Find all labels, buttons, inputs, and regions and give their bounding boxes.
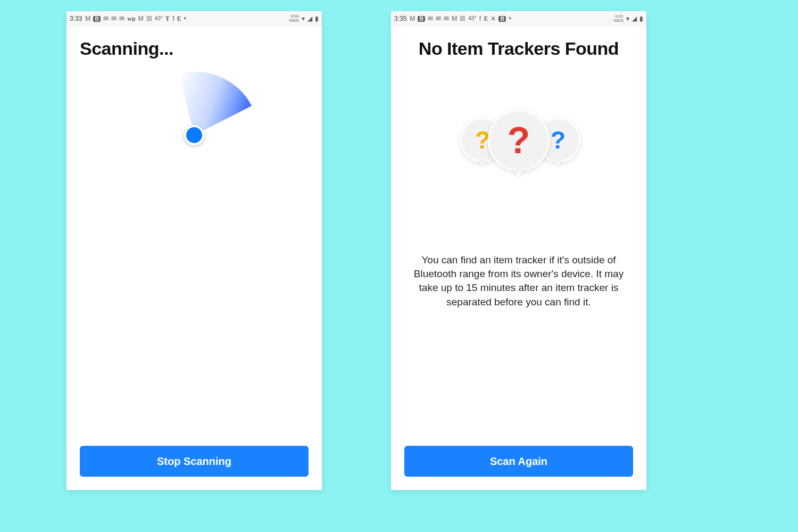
wifi-icon: ▾ (626, 15, 629, 22)
inbox-icon: ☒ (460, 15, 466, 22)
network-speed: 0.00KB/S (289, 14, 299, 23)
missed-call-icon: ✕ (491, 15, 496, 22)
question-bubble-red: ? (488, 110, 550, 171)
stop-scanning-button[interactable]: Stop Scanning (80, 446, 309, 477)
temp-indicator: 43° (155, 16, 163, 21)
statusbar: 3:35 M B ✉ ✉ ✉ M ☒ 43° ! E ✕ B • 0.01KB/… (391, 11, 646, 27)
phone-scanning: 3:33 M B ✉ ✉ ✉ wp M ☒ 43° T ! E • 0.00KB… (66, 11, 322, 490)
wifi-icon: ▾ (302, 15, 305, 22)
app-b-icon: B (418, 16, 425, 22)
etsy-icon: E (484, 15, 488, 22)
scan-again-button[interactable]: Scan Again (404, 446, 633, 477)
button-label: Stop Scanning (157, 455, 231, 468)
alert-icon: ! (172, 15, 174, 22)
gmail-icon-2: M (452, 15, 457, 22)
signal-icon: ◢ (632, 15, 637, 22)
statusbar-time: 3:35 (394, 15, 406, 22)
question-mark-icon: ? (551, 126, 566, 154)
mail-icon: ✉ (428, 15, 433, 22)
temp-indicator: 43° (468, 16, 476, 21)
mail-icon: ✉ (103, 15, 109, 22)
dot-icon: • (184, 15, 186, 22)
statusbar: 3:33 M B ✉ ✉ ✉ wp M ☒ 43° T ! E • 0.00KB… (66, 11, 322, 27)
scanning-radar (80, 63, 309, 202)
battery-icon: ▮ (639, 15, 643, 22)
gmail-icon: M (85, 15, 90, 22)
gmail-icon-2: M (138, 15, 144, 22)
button-label: Scan Again (490, 455, 547, 468)
no-trackers-illustration: ? ? ? (404, 88, 633, 216)
dot-icon: • (509, 15, 511, 22)
mail-icon-2: ✉ (436, 15, 441, 22)
radar-origin-icon (184, 125, 204, 145)
page-title: Scanning... (80, 38, 309, 59)
page-title: No Item Trackers Found (404, 38, 633, 59)
app-b-icon-2: B (498, 16, 506, 22)
network-speed: 0.01KB/S (614, 14, 624, 23)
gmail-icon: M (410, 15, 415, 22)
mail-icon-3: ✉ (444, 15, 449, 22)
app-b-icon: B (93, 16, 101, 22)
mail-icon-2: ✉ (111, 15, 117, 22)
etsy-icon: E (177, 15, 181, 22)
signal-icon: ◢ (307, 15, 312, 22)
battery-icon: ▮ (315, 15, 319, 22)
statusbar-time: 3:33 (70, 15, 82, 22)
nyt-icon: T (165, 15, 170, 22)
inbox-icon: ☒ (146, 15, 152, 22)
alert-icon: ! (479, 15, 481, 22)
question-mark-icon: ? (508, 119, 530, 162)
phone-no-trackers: 3:35 M B ✉ ✉ ✉ M ☒ 43° ! E ✕ B • 0.01KB/… (391, 11, 646, 490)
info-text: You can find an item tracker if it's out… (404, 253, 633, 309)
mail-icon-3: ✉ (119, 15, 124, 22)
wp-icon: wp (127, 15, 135, 22)
